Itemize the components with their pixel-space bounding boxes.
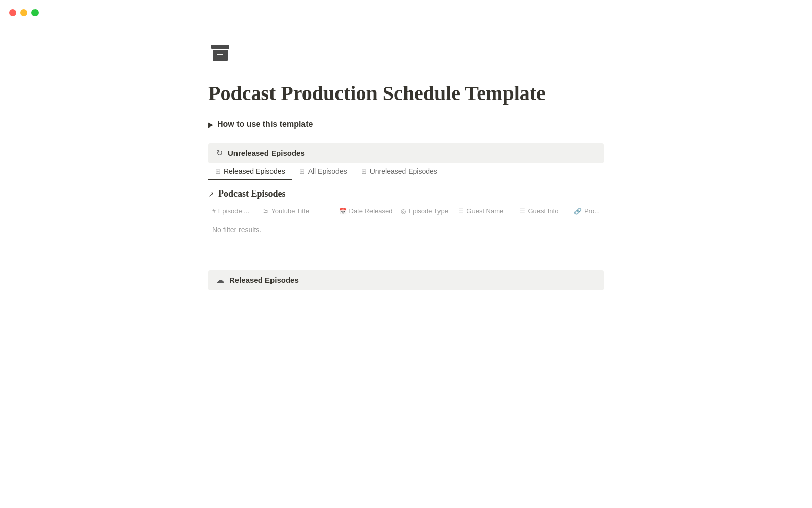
no-filter-results: No filter results.: [208, 219, 604, 240]
view-title-arrow-icon: ↗: [208, 190, 214, 198]
col-header-youtube[interactable]: 🗂 Youtube Title: [258, 205, 334, 217]
col-header-guestinfo[interactable]: ☰ Guest Info: [516, 205, 570, 217]
minimize-button[interactable]: [20, 9, 27, 16]
tab-unreleased-label: Unreleased Episodes: [370, 167, 437, 175]
col-header-eptype[interactable]: ◎ Episode Type: [397, 205, 455, 217]
svg-rect-0: [211, 45, 229, 49]
pro-col-label: Pro...: [584, 207, 600, 215]
page-icon: [208, 41, 604, 67]
tab-all-label: All Episodes: [308, 167, 347, 175]
tab-released-icon: ⊞: [215, 168, 221, 175]
view-title-row: ↗ Podcast Episodes: [208, 180, 604, 203]
col-header-episode[interactable]: # Episode ...: [208, 205, 258, 217]
youtube-col-label: Youtube Title: [271, 207, 309, 215]
close-button[interactable]: [9, 9, 16, 16]
tab-released[interactable]: ⊞ Released Episodes: [208, 163, 292, 180]
released-icon: ☁: [216, 275, 224, 285]
tab-all-icon: ⊞: [299, 168, 305, 175]
toggle-arrow-icon: ▶: [208, 121, 213, 129]
episode-col-icon: #: [212, 208, 216, 215]
date-col-label: Date Released: [349, 207, 393, 215]
maximize-button[interactable]: [31, 9, 39, 16]
table-header-row: # Episode ... 🗂 Youtube Title 📅 Date Rel…: [208, 203, 604, 219]
guestinfo-col-label: Guest Info: [528, 207, 558, 215]
guest-col-label: Guest Name: [466, 207, 503, 215]
traffic-lights: [9, 9, 39, 16]
pro-col-icon: 🔗: [574, 208, 582, 215]
view-title-text: Podcast Episodes: [218, 188, 286, 199]
episode-col-label: Episode ...: [218, 207, 249, 215]
page-title: Podcast Production Schedule Template: [208, 81, 604, 106]
svg-rect-2: [217, 54, 223, 55]
tab-unreleased[interactable]: ⊞ Unreleased Episodes: [354, 163, 445, 180]
eptype-col-label: Episode Type: [409, 207, 449, 215]
released-section-header: ☁ Released Episodes: [208, 270, 604, 290]
col-header-pro[interactable]: 🔗 Pro...: [570, 205, 604, 217]
released-header-label: Released Episodes: [229, 276, 299, 284]
tab-all[interactable]: ⊞ All Episodes: [292, 163, 354, 180]
toggle-label: How to use this template: [217, 120, 313, 129]
tabs-row: ⊞ Released Episodes ⊞ All Episodes ⊞ Unr…: [208, 163, 604, 180]
youtube-col-icon: 🗂: [262, 208, 268, 215]
unreleased-section-header: ↻ Unreleased Episodes: [208, 143, 604, 163]
tab-unreleased-icon: ⊞: [361, 168, 367, 175]
date-col-icon: 📅: [339, 208, 347, 215]
guest-col-icon: ☰: [458, 208, 464, 215]
unreleased-header-label: Unreleased Episodes: [228, 149, 305, 157]
col-header-guest[interactable]: ☰ Guest Name: [454, 205, 516, 217]
how-to-use-toggle[interactable]: ▶ How to use this template: [208, 120, 604, 129]
unreleased-icon: ↻: [216, 148, 223, 158]
col-header-date[interactable]: 📅 Date Released: [335, 205, 397, 217]
guestinfo-col-icon: ☰: [520, 208, 525, 215]
page-content: Podcast Production Schedule Template ▶ H…: [178, 0, 634, 331]
eptype-col-icon: ◎: [401, 208, 406, 215]
tab-released-label: Released Episodes: [224, 167, 285, 175]
